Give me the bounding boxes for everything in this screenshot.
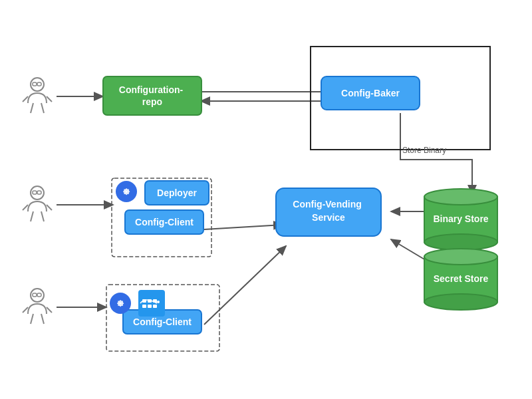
svg-line-23 xyxy=(47,307,52,313)
svg-rect-35 xyxy=(148,305,152,308)
binary-store-cylinder-bottom xyxy=(424,234,497,250)
svg-line-7 xyxy=(47,96,52,102)
svg-rect-19 xyxy=(33,293,37,297)
k8s-icon-mid: ⎈ xyxy=(116,181,137,202)
svg-rect-34 xyxy=(142,305,146,308)
svg-text:⎈: ⎈ xyxy=(117,297,124,309)
arrow-config-client-bot-to-vending xyxy=(204,246,286,325)
deployer-label: Deployer xyxy=(157,188,197,198)
config-client-bot-label: Config-Client xyxy=(133,317,192,327)
svg-rect-3 xyxy=(33,82,37,86)
k8s-icon-bot: ⎈ xyxy=(110,293,131,314)
svg-line-14 xyxy=(23,205,28,210)
svg-line-6 xyxy=(23,96,28,102)
store-binary-label: Store Binary xyxy=(402,146,446,155)
svg-line-9 xyxy=(41,103,44,113)
svg-rect-4 xyxy=(37,82,41,86)
svg-line-22 xyxy=(23,307,28,313)
actor-2 xyxy=(23,186,52,221)
binary-store-label: Binary Store xyxy=(433,213,488,224)
secret-store-label: Secret Store xyxy=(434,273,489,284)
svg-rect-30 xyxy=(138,290,165,317)
svg-line-8 xyxy=(31,103,33,113)
actor-1 xyxy=(23,78,52,113)
svg-text:⎈: ⎈ xyxy=(123,186,130,197)
secret-store-cylinder-bottom xyxy=(424,294,497,310)
architecture-diagram: Configuration- repo Config-Baker Config-… xyxy=(0,0,532,399)
svg-rect-36 xyxy=(153,305,157,308)
svg-line-15 xyxy=(47,205,52,210)
svg-rect-20 xyxy=(37,293,41,297)
docker-icon-bot xyxy=(138,290,165,317)
svg-rect-12 xyxy=(37,191,41,194)
actor-3 xyxy=(23,289,52,324)
binary-store-cylinder-top xyxy=(424,189,497,205)
svg-point-37 xyxy=(157,301,160,303)
svg-line-24 xyxy=(31,314,33,324)
svg-line-25 xyxy=(41,314,44,324)
arrow-config-client-mid-to-vending xyxy=(204,225,283,229)
config-baker-label: Config-Baker xyxy=(341,88,400,98)
config-client-mid-label: Config-Client xyxy=(135,217,194,227)
svg-rect-11 xyxy=(33,191,37,194)
svg-line-17 xyxy=(41,211,44,221)
svg-line-16 xyxy=(31,211,33,221)
secret-store-cylinder-top xyxy=(424,249,497,265)
